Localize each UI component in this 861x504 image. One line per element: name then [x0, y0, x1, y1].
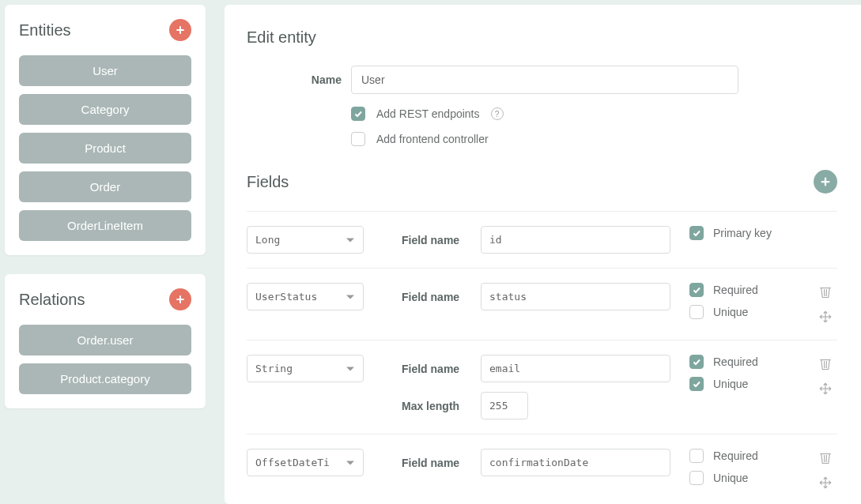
max-length-label: Max length [402, 400, 473, 412]
add-entity-button[interactable] [169, 19, 191, 41]
field-row-status: UserStatus Field name Required [247, 268, 837, 340]
required-label: Required [713, 449, 758, 462]
delete-field-button[interactable] [817, 283, 834, 300]
name-input[interactable] [351, 66, 738, 94]
field-row-confirmationdate: OffsetDateTi Field name Required Unique [247, 434, 837, 504]
fields-title: Fields [247, 173, 289, 191]
required-checkbox[interactable] [689, 283, 704, 297]
delete-field-button[interactable] [817, 355, 834, 372]
entities-list: User Category Product Order OrderLineIte… [19, 55, 191, 241]
add-frontend-label: Add frontend controller [376, 133, 489, 145]
relation-item-order-user[interactable]: Order.user [19, 325, 191, 355]
name-label: Name [247, 73, 342, 86]
field-name-label: Field name [402, 234, 473, 246]
entity-item-order[interactable]: Order [19, 171, 191, 202]
add-field-button[interactable] [814, 170, 837, 194]
field-name-label: Field name [402, 363, 473, 375]
field-row-id: Long Field name Primary key [247, 211, 837, 268]
entities-card: Entities User Category Product Order Ord… [5, 5, 206, 255]
required-label: Required [713, 355, 758, 368]
move-field-button[interactable] [817, 380, 834, 397]
field-row-email: String Field name Max length Re [247, 340, 837, 434]
relation-item-product-category[interactable]: Product.category [19, 363, 191, 394]
field-name-input[interactable] [481, 283, 670, 310]
field-type-select[interactable]: String [247, 355, 364, 382]
primary-key-checkbox[interactable] [689, 226, 704, 240]
help-icon[interactable]: ? [491, 107, 504, 120]
sidebar: Entities User Category Product Order Ord… [0, 0, 206, 504]
field-name-label: Field name [402, 291, 473, 303]
required-label: Required [713, 284, 758, 296]
entity-item-category[interactable]: Category [19, 94, 191, 125]
delete-field-button[interactable] [817, 449, 834, 466]
max-length-input[interactable] [481, 392, 528, 419]
unique-label: Unique [713, 378, 748, 390]
move-field-button[interactable] [817, 474, 834, 491]
entity-item-product[interactable]: Product [19, 133, 191, 164]
unique-label: Unique [713, 306, 748, 318]
add-rest-checkbox[interactable] [351, 107, 365, 121]
entities-title: Entities [19, 21, 71, 39]
primary-key-label: Primary key [713, 227, 772, 239]
field-type-select[interactable]: Long [247, 226, 364, 254]
unique-checkbox[interactable] [689, 377, 704, 391]
field-name-input[interactable] [481, 449, 670, 476]
main-panel: Edit entity Name Add REST endpoints ? Ad… [225, 5, 861, 504]
relations-card: Relations Order.user Product.category [5, 274, 206, 408]
add-relation-button[interactable] [169, 288, 191, 310]
relations-list: Order.user Product.category [19, 325, 191, 394]
unique-label: Unique [713, 472, 748, 484]
field-name-label: Field name [402, 457, 473, 469]
field-name-input[interactable] [481, 226, 670, 254]
add-rest-label: Add REST endpoints [376, 107, 480, 120]
add-frontend-checkbox[interactable] [351, 132, 365, 146]
required-checkbox[interactable] [689, 355, 704, 369]
page-title: Edit entity [247, 28, 837, 47]
move-field-button[interactable] [817, 308, 834, 325]
field-type-select[interactable]: UserStatus [247, 283, 364, 310]
field-type-select[interactable]: OffsetDateTi [247, 449, 364, 476]
entity-item-user[interactable]: User [19, 55, 191, 86]
unique-checkbox[interactable] [689, 305, 704, 319]
field-name-input[interactable] [481, 355, 670, 382]
required-checkbox[interactable] [689, 449, 704, 463]
relations-title: Relations [19, 291, 85, 309]
unique-checkbox[interactable] [689, 471, 704, 485]
entity-item-orderlineitem[interactable]: OrderLineItem [19, 210, 191, 241]
